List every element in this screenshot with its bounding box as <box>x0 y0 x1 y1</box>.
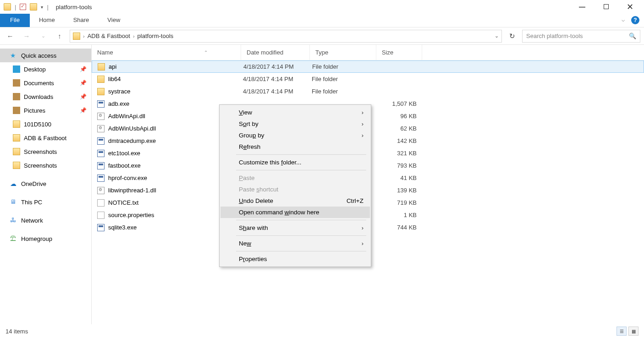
properties-icon[interactable] <box>20 4 26 10</box>
file-name: systrace <box>108 88 130 95</box>
sidebar-item-folder[interactable]: 101D5100 <box>0 117 91 131</box>
maximize-button[interactable] <box>599 3 613 11</box>
back-button[interactable]: ← <box>4 32 17 40</box>
file-row[interactable]: api4/18/2017 4:14 PMFile folder <box>92 60 644 73</box>
new-folder-icon[interactable] <box>30 3 37 11</box>
up-button[interactable]: ↑ <box>53 32 66 40</box>
sidebar-item-label: Quick access <box>21 52 56 59</box>
column-header-type[interactable]: Type <box>310 45 376 60</box>
file-icon <box>97 174 105 182</box>
file-icon <box>97 150 105 157</box>
minimize-button[interactable]: — <box>575 3 589 11</box>
chevron-right-icon[interactable]: › <box>132 33 136 39</box>
file-type: File folder <box>310 63 377 70</box>
context-menu-view[interactable]: View› <box>220 107 370 118</box>
address-dropdown-icon[interactable]: ⌄ <box>495 33 499 39</box>
sidebar-item-label: 101D5100 <box>24 121 51 128</box>
sidebar-item-homegroup[interactable]: ⛱ Homegroup <box>0 232 91 245</box>
context-menu-customize[interactable]: Customize this folder... <box>220 157 370 168</box>
tab-view[interactable]: View <box>98 14 129 27</box>
sidebar-item-desktop[interactable]: Desktop 📌 <box>0 62 91 76</box>
large-icons-view-button[interactable]: ▦ <box>628 327 638 336</box>
divider: | <box>15 4 16 11</box>
pin-icon: 📌 <box>80 93 87 100</box>
sidebar-item-folder[interactable]: Screenshots <box>0 145 91 158</box>
refresh-button[interactable]: ↻ <box>506 32 518 40</box>
file-icon <box>98 63 105 71</box>
breadcrumb-segment[interactable]: ADB & Fastboot <box>88 33 130 39</box>
context-menu-paste: Paste <box>220 172 370 184</box>
file-size: 41 KB <box>376 174 422 181</box>
file-type: File folder <box>310 76 376 82</box>
folder-icon <box>13 120 20 128</box>
breadcrumb-segment[interactable]: platform-tools <box>138 33 174 39</box>
context-menu-properties[interactable]: Properties <box>220 253 370 265</box>
context-menu-sort-by[interactable]: Sort by› <box>220 118 370 130</box>
forward-button[interactable]: → <box>20 32 33 40</box>
file-icon <box>97 187 105 194</box>
tab-home[interactable]: Home <box>30 14 64 27</box>
recent-dropdown-icon[interactable]: ⌄ <box>37 33 50 39</box>
chevron-right-icon[interactable]: › <box>82 33 86 39</box>
sidebar-item-documents[interactable]: Documents 📌 <box>0 76 91 90</box>
file-name: dmtracedump.exe <box>108 137 156 144</box>
file-name: adb.exe <box>108 100 129 107</box>
context-menu-share-with[interactable]: Share with› <box>220 222 370 234</box>
details-view-button[interactable]: ☰ <box>616 327 627 336</box>
context-menu-new[interactable]: New› <box>220 238 370 249</box>
sidebar-item-label: Network <box>21 217 43 224</box>
help-button[interactable]: ? <box>631 16 639 24</box>
homegroup-icon: ⛱ <box>10 235 17 242</box>
context-menu-group-by[interactable]: Group by› <box>220 130 370 141</box>
folder-icon <box>13 134 20 142</box>
sidebar-item-label: Pictures <box>24 107 45 114</box>
file-size: 744 KB <box>376 224 422 231</box>
file-size: 719 KB <box>376 199 422 206</box>
divider: | <box>47 4 48 11</box>
tab-share[interactable]: Share <box>64 14 99 27</box>
documents-icon <box>13 79 20 87</box>
tab-file[interactable]: File <box>0 14 30 27</box>
window-title: platform-tools <box>56 4 92 11</box>
context-menu: View› Sort by› Group by› Refresh Customi… <box>219 104 371 267</box>
sidebar-item-folder[interactable]: Screenshots <box>0 158 91 172</box>
file-name: fastboot.exe <box>108 162 141 169</box>
navigation-pane: ★ Quick access Desktop 📌 Documents 📌 Dow… <box>0 45 92 324</box>
sidebar-item-onedrive[interactable]: ☁ OneDrive <box>0 177 91 191</box>
file-name: api <box>109 63 116 70</box>
file-row[interactable]: systrace4/18/2017 4:14 PMFile folder <box>92 85 644 98</box>
context-menu-refresh[interactable]: Refresh <box>220 141 370 153</box>
pc-icon: 🖥 <box>10 198 17 206</box>
sidebar-item-downloads[interactable]: Downloads 📌 <box>0 90 91 104</box>
sidebar-item-quick-access[interactable]: ★ Quick access <box>0 49 91 62</box>
chevron-right-icon: › <box>362 109 363 116</box>
desktop-icon <box>13 65 20 73</box>
file-size: 139 KB <box>376 187 422 194</box>
column-header-name[interactable]: Name ⌃ <box>92 45 241 60</box>
search-input[interactable]: Search platform-tools 🔍 <box>522 30 640 43</box>
sidebar-item-folder[interactable]: ADB & Fastboot <box>0 131 91 145</box>
file-name: libwinpthread-1.dll <box>108 187 156 194</box>
sidebar-item-label: This PC <box>21 199 42 206</box>
separator <box>236 251 366 251</box>
address-bar[interactable]: › ADB & Fastboot › platform-tools ⌄ <box>70 30 502 43</box>
file-row[interactable]: lib644/18/2017 4:14 PMFile folder <box>92 73 644 85</box>
context-menu-undo-delete[interactable]: Undo Delete Ctrl+Z <box>220 195 370 207</box>
file-icon <box>97 125 105 132</box>
close-button[interactable]: ✕ <box>623 4 637 10</box>
file-icon <box>97 199 105 207</box>
file-icon <box>97 212 105 219</box>
qat-dropdown-icon[interactable]: ▾ <box>41 5 43 10</box>
context-menu-open-command-window[interactable]: Open command window here <box>220 207 370 218</box>
column-header-size[interactable]: Size <box>376 45 422 60</box>
separator <box>236 170 366 170</box>
sidebar-item-network[interactable]: 🖧 Network <box>0 213 91 227</box>
ribbon-collapse-icon[interactable]: ⌵ <box>617 14 629 27</box>
file-icon <box>97 113 105 120</box>
column-header-date[interactable]: Date modified <box>241 45 310 60</box>
file-size: 1,507 KB <box>376 100 422 107</box>
pin-icon: 📌 <box>80 66 87 72</box>
file-icon <box>97 88 105 95</box>
sidebar-item-pictures[interactable]: Pictures 📌 <box>0 104 91 117</box>
sidebar-item-this-pc[interactable]: 🖥 This PC <box>0 195 91 209</box>
